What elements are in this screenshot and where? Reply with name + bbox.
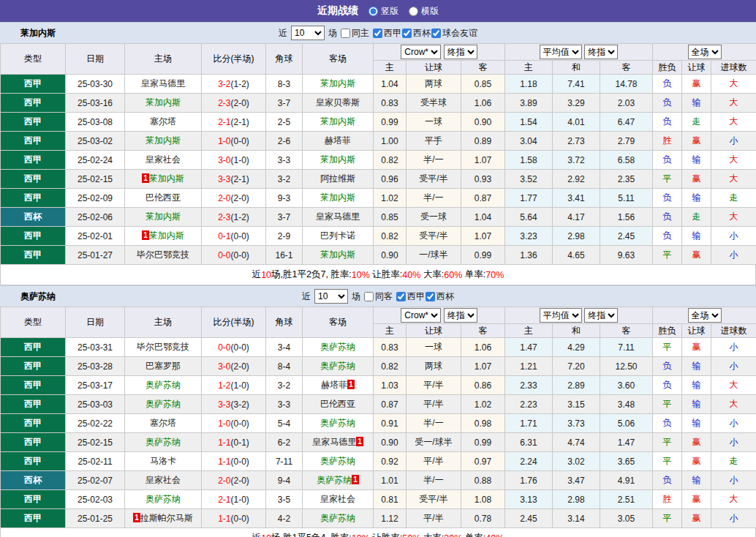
competition-filter[interactable]: 球会友谊 [431, 27, 477, 40]
team-label: 莱加内斯 [320, 78, 355, 89]
same-venue-checkbox[interactable] [364, 292, 374, 301]
odds-cell: 0.90 [374, 433, 407, 452]
odds-stage-select[interactable]: 终指 [444, 45, 477, 59]
competition-filter[interactable]: 西杯 [426, 290, 454, 303]
odds-cell: 2.45 [600, 227, 653, 246]
odds-stage-select[interactable]: 终指 [444, 308, 477, 323]
competition-checkbox[interactable] [431, 29, 441, 38]
odds-cell: 受一球 [407, 208, 461, 227]
competition-checkbox[interactable] [426, 292, 435, 301]
layout-option-vertical[interactable]: 竖版 [368, 5, 398, 18]
corners-cell: 8-4 [266, 357, 303, 376]
summary-text: 10% [352, 270, 370, 280]
competition-filter[interactable]: 西甲 [373, 27, 401, 40]
same-venue-checkbox[interactable] [341, 29, 350, 38]
match-row: 西甲25-01-27毕尔巴鄂竞技0-0(0-0)16-1莱加内斯0.90一/球半… [1, 246, 756, 265]
score-cell: 1-0(0-0) [202, 132, 266, 151]
odds-cell: 5.64 [505, 208, 553, 227]
odds-cell: 两球 [407, 357, 461, 376]
result-cell: 走 [682, 113, 711, 132]
result-cell: 平 [653, 433, 682, 452]
layout-option-horizontal[interactable]: 横版 [409, 5, 439, 18]
odds-cell: 0.93 [461, 170, 505, 189]
odds-cell: 0.92 [374, 452, 407, 471]
away-team-cell: 阿拉维斯 [303, 170, 374, 189]
average-stage-select[interactable]: 终指 [584, 45, 618, 59]
away-team-cell: 皇家贝蒂斯 [303, 94, 374, 113]
away-team-cell: 莱加内斯 [303, 75, 374, 94]
match-row: 西甲25-02-22塞尔塔1-0(0-0)5-4奥萨苏纳0.91半/一0.981… [1, 414, 756, 433]
odds-cell: 一球 [407, 338, 461, 357]
match-row: 西甲25-03-28巴塞罗那3-0(2-0)8-4奥萨苏纳0.82两球1.071… [1, 357, 756, 376]
team-label: 奥萨苏纳 [320, 361, 355, 371]
average-select[interactable]: 平均值 [540, 45, 582, 59]
match-row: 西甲25-02-15奥萨苏纳1-1(0-1)6-2皇家马德里10.90受一/球半… [1, 433, 756, 452]
horizontal-layout-radio[interactable] [409, 7, 418, 16]
odds-cell: 4.91 [600, 471, 653, 490]
odds-cell: 2.51 [600, 490, 653, 509]
odds-cell: 半/一 [407, 471, 461, 490]
match-row: 西甲25-03-30皇家马德里3-2(1-2)8-3莱加内斯1.04两球0.85… [1, 75, 756, 94]
team-label: 莱加内斯 [145, 135, 181, 146]
odds-cell: 0.99 [374, 113, 407, 132]
recent-count-select[interactable]: 10 [314, 289, 348, 304]
competition-filter[interactable]: 西杯 [402, 27, 431, 40]
scope-select[interactable]: 全场 [688, 308, 722, 323]
date-cell: 25-02-22 [66, 414, 125, 433]
odds-cell: 1.47 [600, 433, 653, 452]
result-cell: 输 [682, 414, 711, 433]
competition-filter[interactable]: 西甲 [396, 290, 425, 303]
scope-select[interactable]: 全场 [688, 45, 722, 59]
date-cell: 25-02-07 [66, 471, 125, 490]
fulltime-score: 2-0 [218, 476, 230, 486]
competition-checkbox[interactable] [402, 29, 412, 38]
average-stage-select[interactable]: 终指 [584, 308, 618, 323]
home-team-cell: 奥萨苏纳 [125, 395, 202, 414]
bookmaker-odds-group: Crow* 终指 [374, 307, 505, 324]
team-label: 拉斯帕尔马斯 [140, 513, 193, 523]
corners-cell: 3-4 [266, 338, 303, 357]
odds-cell: 2.33 [505, 376, 553, 395]
result-cell: 小 [711, 246, 756, 265]
odds-cell: 1.21 [505, 357, 553, 376]
same-venue-filter[interactable]: 同主 [341, 27, 369, 40]
result-cell: 负 [653, 94, 682, 113]
radio-label: 竖版 [381, 5, 398, 18]
vertical-layout-radio[interactable] [368, 7, 378, 16]
competition-type-cell: 西甲 [1, 395, 66, 414]
same-venue-filter[interactable]: 同客 [364, 290, 393, 303]
fulltime-score: 2-3 [218, 212, 230, 222]
col-avg-draw: 和 [553, 61, 600, 75]
competition-filters: 西甲西杯 [396, 290, 454, 303]
col-type: 类型 [1, 307, 66, 338]
col-odds-home: 主 [374, 61, 407, 75]
away-team-cell: 莱加内斯 [303, 246, 374, 265]
bookmaker-select[interactable]: Crow* [401, 45, 441, 59]
result-cell: 平 [653, 338, 682, 357]
col-odds-home: 主 [374, 324, 407, 338]
team-label: 莱加内斯 [320, 116, 355, 127]
fulltime-score: 3-0 [218, 155, 230, 165]
home-team-cell: 塞尔塔 [125, 113, 202, 132]
average-odds-group: 平均值 终指 [505, 44, 653, 61]
competition-type-cell: 西甲 [1, 151, 66, 170]
date-cell: 25-01-27 [66, 246, 125, 265]
recent-count-select[interactable]: 10 [291, 26, 325, 40]
corners-cell: 16-1 [266, 246, 303, 265]
home-team-cell: 皇家马德里 [125, 75, 202, 94]
team-label: 阿拉维斯 [320, 173, 355, 184]
match-row: 西杯25-02-06莱加内斯2-3(1-2)3-7皇家马德里0.85受一球1.0… [1, 208, 756, 227]
summary-text: 60% [444, 270, 462, 280]
competition-checkbox[interactable] [396, 292, 406, 301]
odds-cell: 2.92 [553, 170, 600, 189]
bookmaker-select[interactable]: Crow* [401, 308, 441, 323]
odds-cell: 1.06 [461, 94, 505, 113]
odds-cell: 2.24 [505, 452, 553, 471]
odds-cell: 1.06 [461, 338, 505, 357]
average-select[interactable]: 平均值 [540, 308, 582, 323]
match-row: 西甲25-02-09巴伦西亚2-0(2-0)9-3莱加内斯1.02半/一0.87… [1, 189, 756, 208]
competition-checkbox[interactable] [373, 29, 382, 38]
team-label: 莱加内斯 [320, 154, 355, 165]
odds-cell: 7.20 [553, 357, 600, 376]
result-cell: 大 [711, 490, 756, 509]
